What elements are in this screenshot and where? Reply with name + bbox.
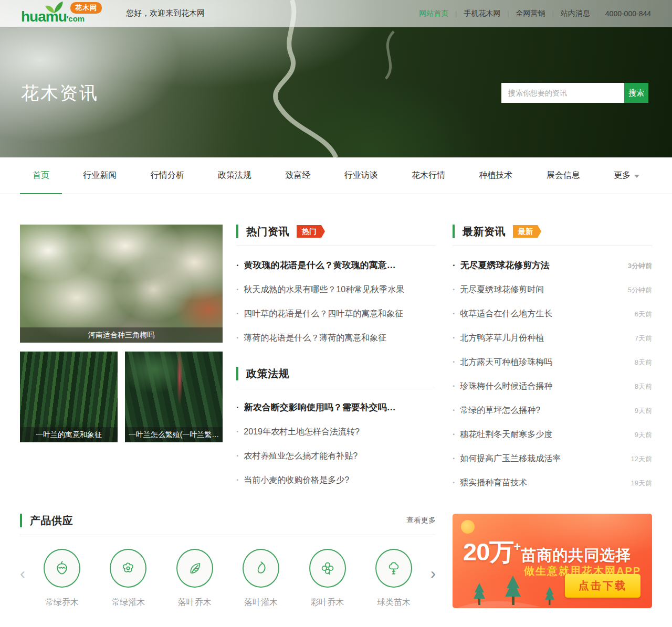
list-item[interactable]: 2019年农村土地怎样合法流转? — [236, 427, 436, 438]
hot-news-column: 热门资讯 热门 黄玫瑰的花语是什么？黄玫瑰的寓意… 秋天成熟的水果有哪些？10种… — [236, 225, 436, 488]
list-item[interactable]: 如何提高广玉兰移栽成活率12天前 — [453, 453, 652, 464]
list-item[interactable]: 穗花牡荆冬天耐寒多少度9天前 — [453, 429, 652, 440]
welcome-text: 您好，欢迎来到花木网 — [126, 8, 205, 18]
latest-news-title: 最新资讯 — [463, 225, 506, 239]
latest-news-list: 无尽夏绣球花修剪方法3分钟前 无尽夏绣球花修剪时间5分钟前 牧草适合在什么地方生… — [453, 259, 652, 488]
topbar: huamu'com 花木网 您好，欢迎来到花木网 网站首页 手机花木网 全网营销… — [0, 0, 672, 27]
new-badge: 最新 — [513, 225, 541, 238]
nav-tab-prices[interactable]: 花木行情 — [399, 157, 458, 194]
topbar-link-mobile[interactable]: 手机花木网 — [448, 9, 500, 18]
divider — [236, 246, 436, 246]
hot-badge: 热门 — [297, 225, 325, 238]
main-nav: 首页 行业新闻 行情分析 政策法规 致富经 行业访谈 花木行情 种植技术 展会信… — [0, 157, 672, 194]
product-supply-more-link[interactable]: 查看更多 — [406, 516, 436, 525]
category-colored-leaf-tree[interactable]: 彩叶乔木 — [303, 549, 352, 608]
divider — [20, 535, 436, 535]
nav-tab-home[interactable]: 首页 — [20, 157, 62, 194]
nav-more-label: 更多 — [614, 170, 631, 181]
nav-tab-planting-tech[interactable]: 种植技术 — [466, 157, 525, 194]
logo-suffix: 'com — [67, 14, 85, 23]
mango-leaf-icon — [253, 560, 269, 576]
strawberry-icon — [54, 560, 70, 576]
page-title: 花木资讯 — [21, 81, 99, 105]
latest-news-header: 最新资讯 最新 — [453, 225, 652, 238]
category-circle — [44, 549, 80, 588]
hero-banner: huamu'com 花木网 您好，欢迎来到花木网 网站首页 手机花木网 全网营销… — [0, 0, 672, 157]
carousel-next-icon[interactable]: › — [430, 566, 436, 581]
nav-tab-more[interactable]: 更多 — [601, 157, 652, 194]
featured-sub-image-2[interactable]: 一叶兰怎么繁殖(一叶兰繁… — [125, 352, 223, 442]
category-ball-seedling[interactable]: 球类苗木 — [370, 549, 418, 608]
category-deciduous-tree[interactable]: 落叶乔木 — [171, 549, 219, 608]
divider — [453, 246, 652, 246]
tree-icon — [386, 560, 402, 576]
nav-tab-market-analysis[interactable]: 行情分析 — [138, 157, 197, 194]
list-item[interactable]: 猥实播种育苗技术19天前 — [453, 477, 652, 488]
download-button[interactable]: 点击下载 — [565, 574, 640, 598]
nav-tab-get-rich[interactable]: 致富经 — [272, 157, 323, 194]
category-carousel: ‹ › 常绿乔木 — [20, 549, 436, 608]
policy-header: 政策法规 — [236, 367, 436, 380]
topbar-links: 网站首页 手机花木网 全网营销 站内消息 4000-000-844 — [419, 9, 651, 18]
category-evergreen-tree[interactable]: 常绿乔木 — [38, 549, 86, 608]
nav-tab-exhibitions[interactable]: 展会信息 — [534, 157, 593, 194]
category-circle — [375, 549, 412, 588]
search-input[interactable] — [501, 83, 624, 103]
list-item[interactable]: 牧草适合在什么地方生长6天前 — [453, 309, 652, 320]
topbar-link-messages[interactable]: 站内消息 — [545, 9, 590, 18]
logo-badge: 花木网 — [70, 2, 102, 14]
policy-title: 政策法规 — [246, 367, 289, 381]
list-item[interactable]: 四叶草的花语是什么？四叶草的寓意和象征 — [236, 309, 436, 320]
nav-tab-industry-news[interactable]: 行业新闻 — [70, 157, 129, 194]
chevron-down-icon — [634, 175, 639, 178]
category-circle — [243, 549, 279, 588]
divider — [236, 388, 436, 388]
search-button[interactable]: 搜索 — [624, 83, 648, 103]
carousel-prev-icon[interactable]: ‹ — [20, 566, 25, 581]
topbar-phone: 4000-000-844 — [590, 9, 651, 18]
flower-icon — [120, 560, 136, 576]
list-item[interactable]: 珍珠梅什么时候适合播种8天前 — [453, 381, 652, 392]
leaf-icon — [187, 560, 203, 576]
featured-sub-caption-2: 一叶兰怎么繁殖(一叶兰繁… — [125, 427, 223, 442]
product-supply-header: 产品供应 查看更多 — [20, 514, 436, 527]
category-evergreen-shrub[interactable]: 常绿灌木 — [104, 549, 152, 608]
clover-icon — [320, 560, 335, 576]
featured-images-column: 河南适合种三角梅吗 一叶兰的寓意和象征 一叶兰怎么繁殖(一叶兰繁… — [20, 225, 223, 488]
list-item[interactable]: 新农合断交影响使用吗？需要补交吗… — [236, 401, 436, 413]
list-item[interactable]: 秋天成熟的水果有哪些？10种常见秋季水果 — [236, 284, 436, 295]
list-item[interactable]: 当前小麦的收购价格是多少? — [236, 475, 436, 486]
category-deciduous-shrub[interactable]: 落叶灌木 — [237, 549, 285, 608]
category-circle — [176, 549, 213, 588]
list-item[interactable]: 无尽夏绣球花修剪方法3分钟前 — [453, 259, 652, 271]
nav-tab-policy[interactable]: 政策法规 — [205, 157, 264, 194]
hot-news-header: 热门资讯 热门 — [236, 225, 436, 238]
category-circle — [309, 549, 346, 588]
list-item[interactable]: 黄玫瑰的花语是什么？黄玫瑰的寓意… — [236, 259, 436, 271]
product-supply-section: 产品供应 查看更多 ‹ › 常 — [20, 514, 436, 608]
list-item[interactable]: 常绿的草坪怎么播种?9天前 — [453, 405, 652, 416]
hot-news-list: 黄玫瑰的花语是什么？黄玫瑰的寓意… 秋天成熟的水果有哪些？10种常见秋季水果 四… — [236, 259, 436, 344]
latest-news-column: 最新资讯 最新 无尽夏绣球花修剪方法3分钟前 无尽夏绣球花修剪时间5分钟前 牧草… — [453, 225, 652, 488]
list-item[interactable]: 农村养殖业怎么搞才能有补贴? — [236, 451, 436, 462]
list-item[interactable]: 无尽夏绣球花修剪时间5分钟前 — [453, 284, 652, 295]
nav-tab-interviews[interactable]: 行业访谈 — [332, 157, 391, 194]
topbar-link-marketing[interactable]: 全网营销 — [500, 9, 545, 18]
list-item[interactable]: 薄荷的花语是什么？薄荷的寓意和象征 — [236, 333, 436, 344]
featured-caption: 河南适合种三角梅吗 — [20, 327, 223, 343]
search-bar: 搜索 — [501, 83, 648, 103]
featured-sub-caption-1: 一叶兰的寓意和象征 — [20, 427, 118, 442]
sun-icon — [461, 520, 475, 534]
topbar-link-home[interactable]: 网站首页 — [419, 9, 448, 18]
list-item[interactable]: 北方鸭茅草几月份种植7天前 — [453, 333, 652, 344]
policy-list: 新农合断交影响使用吗？需要补交吗… 2019年农村土地怎样合法流转? 农村养殖业… — [236, 401, 436, 486]
featured-article-image[interactable]: 河南适合种三角梅吗 — [20, 225, 223, 343]
product-supply-title: 产品供应 — [30, 514, 73, 528]
app-download-ad-banner[interactable]: 20万+苗商的共同选择 做生意就用花木网APP 点击下载 — [453, 514, 652, 608]
list-item[interactable]: 北方露天可种植珍珠梅吗8天前 — [453, 357, 652, 368]
category-circle — [110, 549, 146, 588]
site-logo[interactable]: huamu'com 花木网 — [21, 1, 114, 27]
featured-sub-image-1[interactable]: 一叶兰的寓意和象征 — [20, 352, 118, 442]
hot-news-title: 热门资讯 — [246, 225, 289, 239]
